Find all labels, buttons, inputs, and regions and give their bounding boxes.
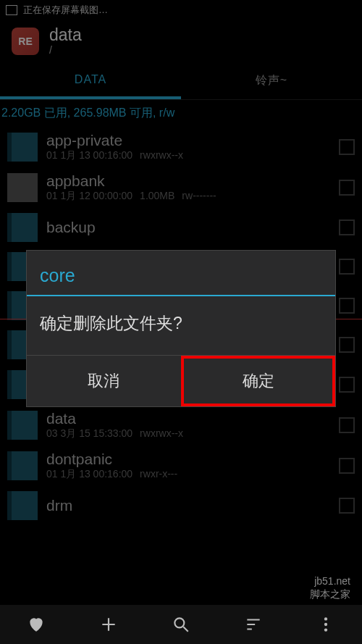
sort-icon[interactable] xyxy=(244,615,263,634)
add-icon[interactable] xyxy=(99,615,118,634)
svg-point-3 xyxy=(324,628,327,631)
delete-dialog: core 确定删除此文件夹? 取消 确定 xyxy=(26,250,336,407)
cancel-button[interactable]: 取消 xyxy=(27,356,181,406)
dialog-message: 确定删除此文件夹? xyxy=(27,296,335,355)
svg-point-2 xyxy=(324,623,327,626)
watermark: jb51.net 脚本之家 xyxy=(310,574,350,601)
menu-icon[interactable] xyxy=(316,615,335,634)
svg-point-1 xyxy=(324,617,327,620)
search-icon[interactable] xyxy=(172,615,190,634)
watermark-name: 脚本之家 xyxy=(310,587,350,601)
svg-point-0 xyxy=(174,618,184,627)
favorite-icon[interactable] xyxy=(27,615,46,634)
watermark-url: jb51.net xyxy=(310,574,350,587)
dialog-title: core xyxy=(27,251,335,296)
ok-button[interactable]: 确定 xyxy=(181,356,336,406)
